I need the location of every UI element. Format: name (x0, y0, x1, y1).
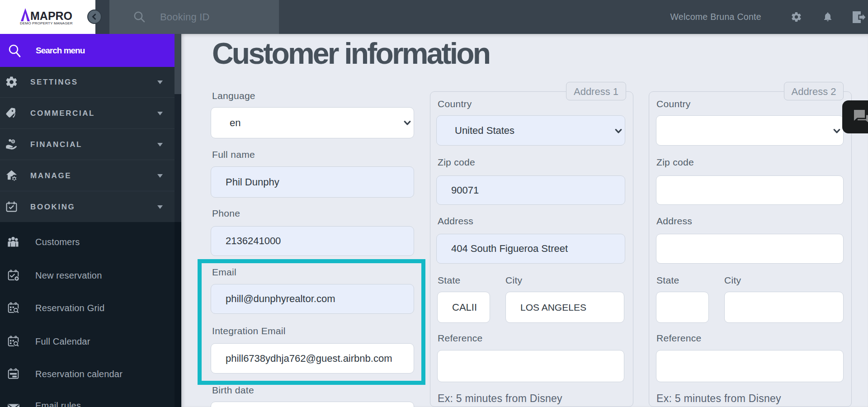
svg-text:DEMO PROPERTY MANAGER: DEMO PROPERTY MANAGER (20, 21, 73, 25)
svg-text:MAPRO: MAPRO (30, 9, 72, 22)
